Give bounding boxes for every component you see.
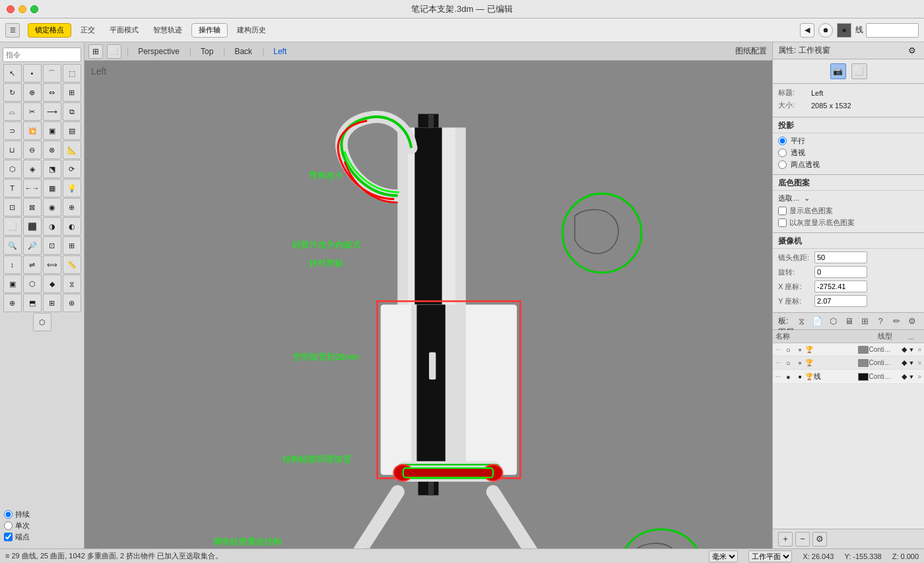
record-button[interactable]: ⏺ (818, 23, 833, 38)
ortho-button[interactable]: 正交 (75, 23, 100, 38)
y-coord-input[interactable] (814, 295, 867, 307)
layer-row-1[interactable]: ··· ○ ● 🏆 Conti… ◆▼ » (773, 356, 924, 370)
layer-add-button[interactable]: + (778, 532, 793, 546)
persist-radio[interactable] (4, 510, 13, 519)
layer-settings-button[interactable]: ⚙ (812, 532, 827, 546)
show-bg-checkbox[interactable] (778, 207, 787, 215)
layer-arr-icon-1[interactable]: » (917, 359, 921, 366)
layers-monitor-icon[interactable]: 🖥 (842, 315, 855, 328)
display1-tool[interactable]: ▣ (3, 275, 22, 293)
scale-tool[interactable]: ⊕ (23, 83, 42, 102)
parallel-radio[interactable] (778, 137, 787, 145)
cplane-tool[interactable]: ⬒ (23, 294, 42, 312)
snap3-tool[interactable]: ◉ (43, 198, 61, 216)
smart-track-button[interactable]: 智慧轨迹 (148, 23, 187, 38)
cage-edit-tool[interactable]: ⬔ (43, 160, 61, 178)
layer-radio-2[interactable]: ● (786, 373, 795, 381)
layers-cube-icon[interactable]: ⬡ (826, 315, 840, 328)
layout-grid-icon[interactable]: ⊞ (88, 44, 103, 59)
layers-help-icon[interactable]: ? (874, 315, 887, 328)
extra1-tool[interactable]: ⬡ (33, 313, 51, 331)
layer-arr-icon-2[interactable]: » (917, 373, 921, 380)
history-tool[interactable]: ⟳ (63, 160, 81, 178)
perspective-radio[interactable] (778, 149, 787, 157)
zoom-out-tool[interactable]: 🔎 (23, 236, 42, 255)
offset-tool[interactable]: ⧉ (63, 102, 81, 121)
layers-stack-icon[interactable]: ⧖ (795, 315, 808, 328)
light-tool[interactable]: 💡 (63, 179, 81, 197)
layers-pen-icon[interactable]: ✏ (890, 315, 903, 328)
explode-tool[interactable]: 💥 (23, 121, 42, 140)
layer-arr-icon-0[interactable]: » (917, 346, 921, 353)
layers-add-doc-icon[interactable]: 📄 (810, 315, 824, 328)
line-input[interactable] (866, 23, 919, 38)
layer-vis-0[interactable]: ● (795, 346, 805, 353)
vertex-checkbox[interactable] (4, 533, 13, 541)
layer-lock-0[interactable]: 🏆 (805, 346, 814, 353)
minimize-button[interactable] (18, 5, 26, 13)
mirror-tool[interactable]: ⇔ (43, 83, 61, 102)
tab-top[interactable]: Top (193, 42, 222, 61)
layers-gear-icon[interactable]: ⚙ (906, 315, 919, 328)
layout-config-button[interactable]: 图纸配置 (735, 46, 772, 57)
view3-tool[interactable]: ◑ (43, 217, 61, 236)
layer-color-1[interactable] (858, 359, 869, 367)
analyze-tool[interactable]: 📐 (63, 141, 81, 159)
tab-left[interactable]: Left (265, 42, 295, 61)
workplane-select[interactable]: 工作平面 (748, 550, 792, 562)
properties-gear-icon[interactable]: ⚙ (908, 46, 919, 56)
align-tool[interactable]: ⇌ (23, 255, 42, 274)
sidebar-toggle-icon[interactable]: ☰ (5, 23, 20, 38)
select-tool[interactable]: ↖ (3, 64, 22, 83)
boolean-union-tool[interactable]: ⊔ (3, 141, 22, 159)
text-tool[interactable]: T (3, 179, 22, 197)
layer-lock-2[interactable]: 🏆 (805, 373, 814, 380)
zoom-all-tool[interactable]: ⊞ (63, 236, 81, 255)
command-input[interactable] (3, 48, 81, 62)
ungroup-tool[interactable]: ▤ (63, 121, 81, 140)
curve-tool[interactable]: ⌒ (43, 64, 61, 83)
layer-color-0[interactable] (858, 346, 869, 354)
boolean-int-tool[interactable]: ⊗ (43, 141, 61, 159)
dim-tool[interactable]: ←→ (23, 179, 42, 197)
tab-perspective[interactable]: Perspective (130, 42, 188, 61)
world-tool[interactable]: ⊕ (3, 294, 22, 312)
close-button[interactable] (7, 5, 15, 13)
sub-d-tool[interactable]: ◈ (23, 160, 42, 178)
maximize-button[interactable] (30, 5, 38, 13)
unit-select[interactable]: 毫米 (709, 550, 738, 562)
single-view-icon[interactable]: ⬜ (107, 44, 121, 59)
fillet-tool[interactable]: ⌓ (3, 102, 22, 121)
gray-bg-checkbox[interactable] (778, 218, 787, 227)
mesh-tool[interactable]: ⬡ (3, 160, 22, 178)
tab-back[interactable]: Back (226, 42, 261, 61)
rotate-tool[interactable]: ↻ (3, 83, 22, 102)
array-tool[interactable]: ⊞ (63, 83, 81, 102)
measure-tool[interactable]: 📏 (63, 255, 81, 274)
snap-grid-button[interactable]: 锁定格点 (28, 23, 71, 38)
snap1-tool[interactable]: ⊡ (3, 198, 22, 216)
hatch-tool[interactable]: ▦ (43, 179, 61, 197)
snap4-tool[interactable]: ⊕ (63, 198, 81, 216)
focal-input[interactable] (814, 251, 867, 263)
history-button[interactable]: 建构历史 (232, 23, 271, 38)
display4-tool[interactable]: ⧖ (63, 275, 81, 293)
boolean-diff-tool[interactable]: ⊖ (23, 141, 42, 159)
camera-icon[interactable]: 📷 (830, 63, 846, 79)
layer-remove-button[interactable]: − (795, 532, 810, 546)
view1-tool[interactable]: ⬜ (3, 217, 22, 236)
layer-vis-2[interactable]: ● (795, 373, 805, 380)
nav-back-icon[interactable]: ◀ (800, 23, 814, 38)
two-point-radio[interactable] (778, 160, 787, 169)
extend-tool[interactable]: ⟶ (43, 102, 61, 121)
snap2-tool[interactable]: ⊠ (23, 198, 42, 216)
layer-radio-0[interactable]: ○ (786, 346, 795, 354)
join-tool[interactable]: ⊃ (3, 121, 22, 140)
x-coord-input[interactable] (814, 281, 867, 292)
operation-axis-button[interactable]: 操作轴 (191, 23, 228, 38)
planar-button[interactable]: 平面模式 (104, 23, 144, 38)
stop-button[interactable]: ■ (837, 23, 851, 38)
display3-tool[interactable]: ◆ (43, 275, 61, 293)
surface-tool[interactable]: ⬚ (63, 64, 81, 83)
viewport[interactable]: ⊞ ⬜ | Perspective | Top | Back | Left 图纸… (84, 42, 772, 548)
